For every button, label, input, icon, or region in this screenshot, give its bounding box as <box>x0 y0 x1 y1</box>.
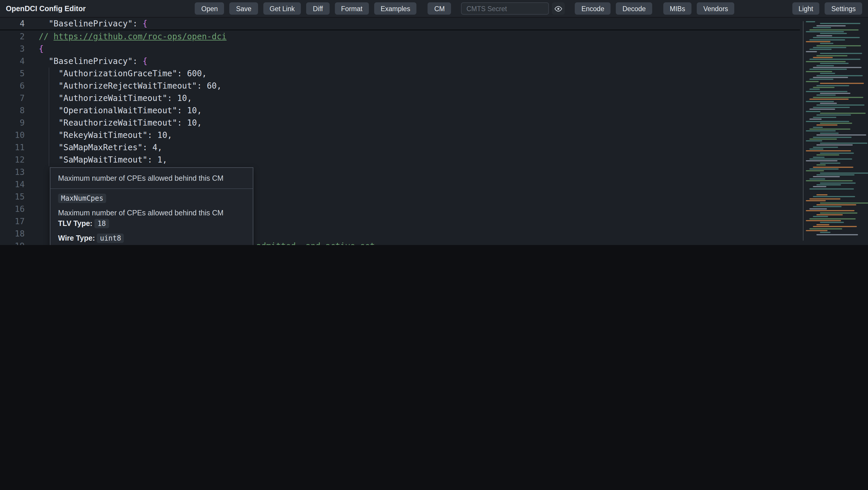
minimap-line <box>816 184 841 185</box>
minimap-line <box>820 123 852 124</box>
line-content <box>25 228 39 240</box>
toolbar-button-vendors[interactable]: Vendors <box>697 2 734 15</box>
line-number[interactable]: 19 <box>0 240 25 245</box>
minimap[interactable] <box>806 21 865 236</box>
reveal-secret-button[interactable] <box>552 2 565 15</box>
code-line[interactable]: 12 "SaMapWaitTimeout": 1, <box>0 154 868 166</box>
code-line[interactable]: 9 "ReauthorizeWaitTimeout": 10, <box>0 117 868 129</box>
tooltip-field: TLV Type: 18 <box>58 219 245 229</box>
minimap-line <box>816 214 843 215</box>
code-line[interactable]: 10 "RekeyWaitTimeout": 10, <box>0 129 868 141</box>
minimap-line <box>820 212 858 213</box>
line-number[interactable]: 4 <box>0 55 25 67</box>
toolbar-button-decode[interactable]: Decode <box>616 2 652 15</box>
minimap-line <box>806 51 817 52</box>
line-number[interactable]: 5 <box>0 67 25 80</box>
code-token <box>39 19 49 28</box>
minimap-line <box>820 162 840 164</box>
line-content: "SaMapMaxRetries": 4, <box>25 141 162 154</box>
minimap-line <box>816 135 866 136</box>
code-line[interactable]: 4 "BaselinePrivacy": { <box>0 55 868 67</box>
line-number[interactable]: 3 <box>0 43 25 55</box>
line-number[interactable]: 13 <box>0 166 25 178</box>
line-number[interactable]: 14 <box>0 178 25 191</box>
comment-link[interactable]: https://github.com/roc-ops/open-dci <box>54 32 227 41</box>
minimap-line <box>820 133 839 134</box>
minimap-line <box>820 182 856 183</box>
code-line[interactable]: 2// https://github.com/roc-ops/open-dci <box>0 30 868 43</box>
toolbar-button-mibs[interactable]: MIBs <box>663 2 691 15</box>
sticky-scroll-line[interactable]: 4 "BaselinePrivacy": { <box>0 18 800 30</box>
minimap-line <box>809 158 852 160</box>
code-line[interactable]: 11 "SaMapMaxRetries": 4, <box>0 141 868 154</box>
minimap-line <box>816 194 828 195</box>
toolbar-button-format[interactable]: Format <box>335 2 369 15</box>
minimap-line <box>806 111 820 112</box>
code-token: "RekeyWaitTimeout": 10, <box>39 130 172 140</box>
minimap-line <box>813 206 842 207</box>
line-content: "ReauthorizeWaitTimeout": 10, <box>25 117 202 129</box>
line-number[interactable]: 15 <box>0 191 25 203</box>
cm-button[interactable]: CM <box>428 2 451 15</box>
line-number[interactable]: 8 <box>0 105 25 117</box>
app-title: OpenDCI Config Editor <box>6 4 86 12</box>
line-content: // https://github.com/roc-ops/open-dci <box>25 30 227 43</box>
minimap-line <box>820 63 849 64</box>
line-number[interactable]: 9 <box>0 117 25 129</box>
minimap-line <box>806 41 831 42</box>
line-number[interactable]: 6 <box>0 80 25 92</box>
line-number[interactable]: 11 <box>0 141 25 154</box>
minimap-line <box>813 126 823 127</box>
line-number[interactable]: 12 <box>0 154 25 166</box>
toolbar-button-diff[interactable]: Diff <box>306 2 329 15</box>
line-content: "BaselinePrivacy": { <box>25 55 148 67</box>
minimap-line <box>816 125 837 126</box>
minimap-line <box>809 29 859 30</box>
code-line[interactable]: 8 "OperationalWaitTimeout": 10, <box>0 105 868 117</box>
line-number[interactable]: 18 <box>0 228 25 240</box>
code-line[interactable]: 5 "AuthorizationGraceTime": 600, <box>0 67 868 80</box>
minimap-line <box>820 232 831 233</box>
minimap-line <box>809 109 835 110</box>
minimap-line <box>813 166 853 168</box>
toolbar-button-save[interactable]: Save <box>229 2 258 15</box>
line-number[interactable]: 16 <box>0 203 25 215</box>
minimap-line <box>820 202 868 203</box>
minimap-line <box>809 119 822 120</box>
code-line[interactable]: 3{ <box>0 43 868 55</box>
line-content <box>25 215 39 228</box>
code-token: "SaMapMaxRetries": 4, <box>39 143 162 152</box>
minimap-line <box>809 218 856 219</box>
line-number[interactable]: 2 <box>0 30 25 43</box>
minimap-line <box>813 97 863 98</box>
minimap-line <box>813 27 831 28</box>
code-line[interactable]: 7 "AuthorizeWaitTimeout": 10, <box>0 92 868 105</box>
cmts-secret-input[interactable] <box>461 2 549 15</box>
minimap-line <box>816 85 849 86</box>
line-number[interactable]: 7 <box>0 92 25 105</box>
minimap-line <box>809 39 845 40</box>
line-number[interactable]: 10 <box>0 129 25 141</box>
code-line[interactable]: 6 "AuthorizeRejectWaitTimeout": 60, <box>0 80 868 92</box>
line-number[interactable]: 17 <box>0 215 25 228</box>
tooltip-divider <box>51 189 253 189</box>
toolbar-button-settings[interactable]: Settings <box>825 2 862 15</box>
minimap-line <box>813 117 836 118</box>
line-content: "SaMapWaitTimeout": 1, <box>25 154 167 166</box>
line-content: "OperationalWaitTimeout": 10, <box>25 105 202 117</box>
minimap-line <box>816 164 826 166</box>
toolbar-button-encode[interactable]: Encode <box>575 2 611 15</box>
tooltip-description: Maximum number of CPEs allowed behind th… <box>58 208 245 218</box>
minimap-line <box>816 95 836 96</box>
minimap-line <box>820 73 835 74</box>
tooltip-summary: Maximum number of CPEs allowed behind th… <box>58 174 245 184</box>
toolbar-button-examples[interactable]: Examples <box>374 2 417 15</box>
editor[interactable]: 4 "BaselinePrivacy": { 2// https://githu… <box>0 18 868 245</box>
toolbar-button-open[interactable]: Open <box>195 2 224 15</box>
minimap-line <box>809 98 849 100</box>
minimap-line <box>820 43 833 44</box>
toolbar-button-light[interactable]: Light <box>792 2 819 15</box>
toolbar-button-get-link[interactable]: Get Link <box>263 2 301 15</box>
minimap-line <box>820 83 864 84</box>
minimap-line <box>820 53 862 54</box>
